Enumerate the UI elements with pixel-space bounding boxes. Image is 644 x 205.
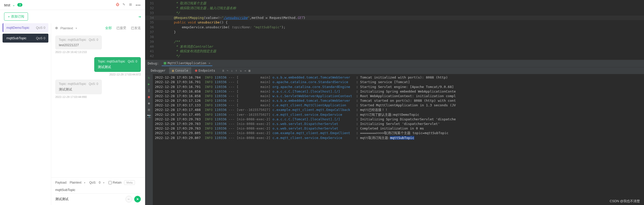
line-number: 38 xyxy=(145,35,158,40)
connection-name: test xyxy=(4,3,10,7)
message-filter-tabs: 全部 已接受 已发送 xyxy=(105,26,141,30)
connection-header: test ⌄ 3 ⏻ ✎ ⊞ ••• xyxy=(0,0,145,10)
message-sent: Topic: mqttSubTopic QoS: 0 测试测试 2022-12-… xyxy=(55,57,141,76)
msg-qos: QoS: 0 xyxy=(128,60,137,63)
step-icon[interactable]: ≣ xyxy=(222,69,224,72)
topic-input[interactable] xyxy=(55,186,141,194)
chevron-down-icon[interactable]: ▾ xyxy=(84,181,85,184)
chevron-down-icon[interactable]: ⌄ xyxy=(12,3,15,7)
log-line: 2022-12-28 17:03:29.783 INFO 119336 --- … xyxy=(155,117,642,122)
camera-icon[interactable]: 📷 xyxy=(147,114,151,118)
code-text: public void unsubscribe() { xyxy=(158,20,228,25)
line-number: 34 xyxy=(145,16,158,20)
code-text: * 模拟发布消息到指定主题 xyxy=(158,49,216,54)
step-out-icon[interactable]: ↑ xyxy=(235,69,237,72)
mqtt-client-panel: test ⌄ 3 ⏻ ✎ ⊞ ••• + 添加订阅 ⇥ mqttDemoTopi… xyxy=(0,0,145,205)
line-number: 39 xyxy=(145,40,158,44)
message-received: Topic: mqttSubTopic QoS: 0 测试测试 2022-12-… xyxy=(55,80,141,98)
more-icon[interactable]: ••• xyxy=(136,3,141,7)
pause-icon[interactable]: ‖ xyxy=(148,88,150,92)
retain-input[interactable] xyxy=(108,181,112,184)
connection-badge: 3 xyxy=(17,3,22,7)
log-line: 2022-12-28 17:03:17.133 INFO 119336 --- … xyxy=(155,103,642,108)
message-received: Topic: mqttSubTopic QoS: 0 test20221227 … xyxy=(55,35,141,54)
add-sub-label: 添加订阅 xyxy=(11,14,24,19)
line-number: 33 xyxy=(145,11,158,16)
chevron-down-icon[interactable]: ▾ xyxy=(103,181,104,184)
message-input[interactable] xyxy=(55,196,124,202)
line-number: 32 xyxy=(145,6,158,11)
console-wrap: ↻ ▶ ‖ ■ ● ▤ 📷 2022-12-28 17:03:16.784 IN… xyxy=(145,74,644,205)
filter-sent[interactable]: 已发送 xyxy=(131,26,141,30)
back-button[interactable]: ← xyxy=(126,196,132,202)
code-text: } xyxy=(158,30,176,35)
run-config-name: MqttClientApplication xyxy=(168,61,206,65)
code-editor[interactable]: 31 * 取消订阅某个主题 32 * 模拟取消订阅主题，输入订阅主题名称 33 … xyxy=(145,0,644,60)
message-bubble: Topic: mqttSubTopic QoS: 0 测试测试 xyxy=(55,80,102,94)
list-toggle-icon[interactable]: ⇥ xyxy=(138,15,141,19)
chevron-down-icon[interactable]: ▾ xyxy=(76,27,77,30)
endpoints-icon: ⬣ xyxy=(195,69,197,72)
line-number: 37 xyxy=(145,30,158,35)
topic-qos: QoS 0 xyxy=(36,26,45,30)
debug-toolbar: Debug: MqttClientApplication × xyxy=(145,60,644,67)
console-output[interactable]: 2022-12-28 17:03:16.784 INFO 119336 --- … xyxy=(153,74,644,205)
step-over-icon[interactable]: ↷ xyxy=(227,69,228,72)
new-window-icon[interactable]: ⊞ xyxy=(129,3,134,7)
msg-topic: Topic: mqttSubTopic xyxy=(98,60,125,63)
topic-item[interactable]: mqttSubTopic QoS 0 xyxy=(3,34,48,43)
messages-panel: Plaintext ▾ 全部 已接受 已发送 Topic: mqttSubTop… xyxy=(51,23,145,205)
tab-console[interactable]: ▤Console xyxy=(169,67,191,74)
run-to-cursor-icon[interactable]: ⇥ xyxy=(244,69,246,72)
power-icon[interactable]: ⏻ xyxy=(116,3,120,7)
filter-received[interactable]: 已接受 xyxy=(116,26,126,30)
code-text: * 取消订阅某个主题 xyxy=(158,1,206,6)
format-label[interactable]: Plaintext xyxy=(60,26,73,30)
edit-icon[interactable]: ✎ xyxy=(122,3,127,7)
line-number: 31 xyxy=(145,1,158,6)
line-number: 40 xyxy=(145,44,158,49)
close-icon[interactable]: × xyxy=(209,61,210,65)
retain-checkbox[interactable]: Retain xyxy=(108,181,122,184)
code-text: emqxService.unsubscribe( topicName: "mqt… xyxy=(158,25,285,30)
msg-qos: QoS: 0 xyxy=(89,38,98,42)
rerun-icon[interactable]: ↻ xyxy=(148,76,150,80)
payload-label: Payload: xyxy=(55,181,67,184)
run-icon xyxy=(164,62,166,65)
log-line: 2022-12-28 17:03:29.807 INFO 119336 --- … xyxy=(155,136,642,140)
tab-debugger[interactable]: Debugger xyxy=(148,67,169,74)
debug-sidebar: ↻ ▶ ‖ ■ ● ▤ 📷 xyxy=(145,74,153,205)
add-subscription-button[interactable]: + 添加订阅 xyxy=(4,12,28,21)
payload-type[interactable]: Plaintext xyxy=(70,181,81,184)
log-line: 2022-12-28 17:03:29.783 INFO 119336 --- … xyxy=(155,122,642,126)
log-line: 2022-12-28 17:03:16.858 INFO 119336 --- … xyxy=(155,94,642,98)
topic-item[interactable]: mqttDemoTopic QoS 0 xyxy=(3,23,48,32)
msg-topic: Topic: mqttSubTopic xyxy=(59,82,86,86)
resume-icon[interactable]: ▶ xyxy=(148,82,150,86)
layout-icon[interactable]: ▤ xyxy=(148,108,150,111)
force-step-icon[interactable]: ⇲ xyxy=(240,69,242,72)
tool-window-tabs: Debugger ▤Console ⬣Endpoints ≣ ↷ ↓ ↑ ⇲ ⇥… xyxy=(145,67,644,74)
content-row: mqttDemoTopic QoS 0 mqttSubTopic QoS 0 P… xyxy=(0,23,145,205)
qos-value[interactable]: 0 xyxy=(99,181,101,184)
messages-header: Plaintext ▾ 全部 已接受 已发送 xyxy=(51,23,145,33)
tab-endpoints[interactable]: ⬣Endpoints xyxy=(192,67,218,74)
send-button[interactable]: ➤ xyxy=(134,196,141,202)
console-icon: ▤ xyxy=(172,69,174,72)
code-text: @RequestMapping(value=©~"/unsubscribe",m… xyxy=(158,16,305,20)
msg-topic: Topic: mqttSubTopic xyxy=(59,38,86,42)
code-text: */ xyxy=(158,54,180,59)
stop-icon[interactable]: ■ xyxy=(148,95,150,99)
step-into-icon[interactable]: ↓ xyxy=(231,69,233,72)
log-line: 2022-12-28 17:03:16.784 INFO 119336 --- … xyxy=(155,75,642,80)
code-text: */ xyxy=(158,11,180,16)
breakpoints-icon[interactable]: ● xyxy=(148,101,150,105)
meta-button[interactable]: Meta xyxy=(124,180,135,185)
sub-toolbar: + 添加订阅 ⇥ xyxy=(0,10,145,23)
run-config-tab[interactable]: MqttClientApplication × xyxy=(162,61,212,66)
retain-label: Retain xyxy=(113,181,122,184)
log-line: 2022-12-28 17:03:29.783 INFO 119336 --- … xyxy=(155,126,642,131)
filter-all[interactable]: 全部 xyxy=(105,26,112,30)
evaluate-icon[interactable]: ▦ xyxy=(249,69,250,72)
msg-body: 测试测试 xyxy=(98,65,137,69)
